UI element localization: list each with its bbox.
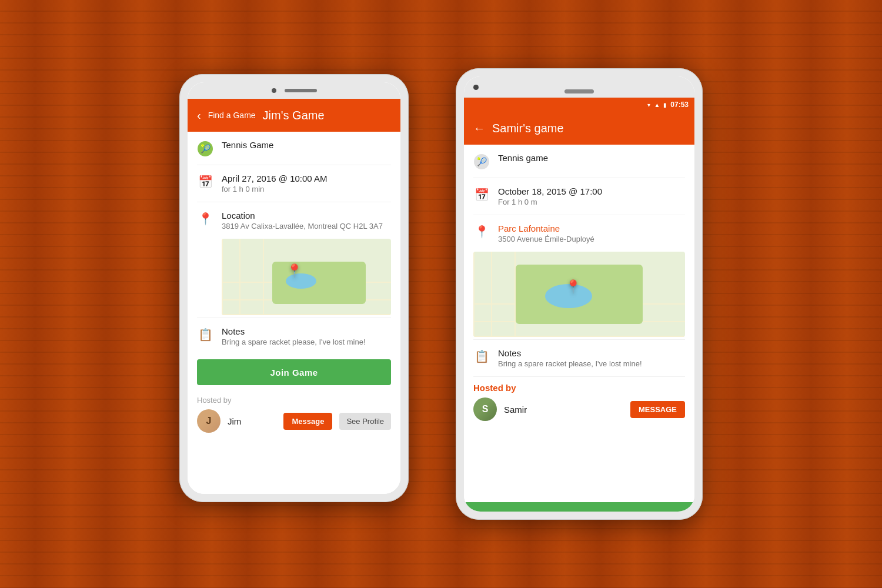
- page-title-2: Samir's game: [492, 122, 564, 135]
- phone2-top-bar: [464, 76, 694, 98]
- location-pin-icon: 📍: [198, 212, 213, 226]
- map-2[interactable]: 📍: [473, 252, 685, 337]
- join-game-button-2[interactable]: JOIN GAME: [464, 502, 694, 512]
- calendar-icon-col: 📅: [197, 173, 213, 189]
- datetime-value-2: October 18, 2015 @ 17:00: [498, 186, 685, 196]
- phone2-content: 🎾 Tennis game 📅 October 18, 2015 @ 17:00…: [464, 145, 694, 502]
- location-label: Location: [222, 211, 391, 220]
- signal-icon: ▲: [654, 102, 660, 108]
- address-value-2: 3500 Avenue Émile-Duployé: [498, 235, 685, 243]
- back-label[interactable]: Find a Game: [208, 111, 256, 120]
- calendar-icon: 📅: [198, 175, 213, 189]
- location-icon-col-2: 📍: [473, 223, 490, 239]
- front-camera-2: [473, 85, 479, 90]
- datetime-text-2: October 18, 2015 @ 17:00 For 1 h 0 m: [498, 186, 685, 206]
- notes-icon: 📋: [198, 328, 213, 342]
- earpiece: [285, 89, 317, 92]
- datetime-row: 📅 April 27, 2016 @ 10:00 AM for 1 h 0 mi…: [188, 165, 400, 202]
- map-pin-1: 📍: [286, 263, 302, 279]
- datetime-value: April 27, 2016 @ 10:00 AM: [222, 173, 391, 183]
- back-arrow-icon-2[interactable]: ←: [473, 122, 485, 135]
- notes-value-2: Bring a spare racket please, I've lost m…: [498, 359, 685, 368]
- host-avatar-jim: J: [197, 409, 220, 433]
- location-row: 📍 Location 3819 Av Calixa-Lavallée, Mont…: [188, 202, 400, 239]
- wifi-icon: ▾: [647, 102, 650, 108]
- join-game-button[interactable]: Join Game: [197, 359, 391, 385]
- calendar-icon-2: 📅: [475, 188, 489, 202]
- status-time: 07:53: [670, 101, 689, 109]
- notes-text-col: Notes Bring a spare racket please, I've …: [222, 326, 391, 346]
- hosted-label-1: Hosted by: [197, 396, 391, 405]
- message-button-2[interactable]: MESSAGE: [630, 401, 685, 418]
- sport-row: 🎾 Tennis Game: [188, 132, 400, 165]
- notes-value: Bring a spare racket please, I've lost m…: [222, 338, 391, 346]
- notes-icon-2: 📋: [475, 349, 489, 363]
- battery-icon: ▮: [663, 102, 667, 108]
- notes-text-col-2: Notes Bring a spare racket please, I've …: [498, 348, 685, 368]
- sport-text-2: Tennis game: [498, 153, 685, 163]
- page-title: Jim's Game: [263, 109, 325, 122]
- tennis-ball-icon: 🎾: [198, 141, 213, 156]
- host-row-1: J Jim Message See Profile: [197, 409, 391, 433]
- sport-icon-col-2: 🎾: [473, 153, 490, 169]
- phone2-app-bar: ← Samir's game: [464, 112, 694, 145]
- sport-name-2: Tennis game: [498, 153, 685, 163]
- location-pin-icon-2: 📍: [475, 225, 489, 239]
- notes-icon-col: 📋: [197, 326, 213, 342]
- duration-value-2: For 1 h 0 m: [498, 198, 685, 206]
- earpiece-2: [564, 89, 594, 93]
- host-row-2: S Samir MESSAGE: [473, 397, 685, 421]
- phone1-app-bar: ‹ Find a Game Jim's Game: [188, 99, 400, 132]
- location-name-2: Parc Lafontaine: [498, 223, 685, 233]
- location-text-2: Parc Lafontaine 3500 Avenue Émile-Duploy…: [498, 223, 685, 243]
- front-camera: [272, 88, 276, 93]
- duration-value: for 1 h 0 min: [222, 185, 391, 193]
- host-avatar-samir: S: [473, 397, 497, 421]
- phone2-screen: ▾ ▲ ▮ 07:53 ← Samir's game 🎾 Tennis gam: [464, 98, 694, 512]
- notes-row: 📋 Notes Bring a spare racket please, I'v…: [188, 318, 400, 355]
- phone-2: ▾ ▲ ▮ 07:53 ← Samir's game 🎾 Tennis gam: [456, 68, 703, 520]
- hosted-section-2: Hosted by S Samir MESSAGE: [464, 377, 694, 427]
- sport-name: Tennis Game: [222, 140, 391, 150]
- sport-row-2: 🎾 Tennis game: [464, 145, 694, 178]
- phone1-content: 🎾 Tennis Game 📅 April 27, 2016 @ 10:00 A…: [188, 132, 400, 494]
- address-value: 3819 Av Calixa-Lavallée, Montreal QC H2L…: [222, 222, 391, 230]
- datetime-row-2: 📅 October 18, 2015 @ 17:00 For 1 h 0 m: [464, 178, 694, 215]
- datetime-text: April 27, 2016 @ 10:00 AM for 1 h 0 min: [222, 173, 391, 193]
- calendar-icon-col-2: 📅: [473, 186, 490, 202]
- notes-row-2: 📋 Notes Bring a spare racket please, I'v…: [464, 340, 694, 376]
- host-name-1: Jim: [228, 416, 276, 426]
- notes-icon-col-2: 📋: [473, 348, 490, 363]
- map-1[interactable]: 📍: [222, 239, 391, 315]
- host-name-2: Samir: [504, 405, 623, 415]
- phone1-screen: ‹ Find a Game Jim's Game 🎾 Tennis Game: [188, 99, 400, 494]
- phone-1: ‹ Find a Game Jim's Game 🎾 Tennis Game: [179, 74, 409, 502]
- back-arrow-icon[interactable]: ‹: [197, 109, 201, 122]
- tennis-ball-icon-2: 🎾: [474, 154, 489, 169]
- message-button-1[interactable]: Message: [283, 413, 332, 430]
- hosted-section-1: Hosted by J Jim Message See Profile: [188, 390, 400, 439]
- map-pin-2: 📍: [565, 279, 581, 295]
- location-text: Location 3819 Av Calixa-Lavallée, Montre…: [222, 211, 391, 230]
- sport-text: Tennis Game: [222, 140, 391, 150]
- notes-label-2: Notes: [498, 348, 685, 358]
- map-bg-1: 📍: [222, 239, 391, 315]
- status-bar-2: ▾ ▲ ▮ 07:53: [464, 98, 694, 112]
- see-profile-button[interactable]: See Profile: [339, 413, 391, 430]
- notes-label: Notes: [222, 326, 391, 336]
- phone1-notch: [188, 82, 400, 99]
- map-bg-2: 📍: [473, 252, 685, 337]
- location-icon-col: 📍: [197, 211, 213, 226]
- sport-icon-col: 🎾: [197, 140, 213, 156]
- hosted-label-2: Hosted by: [473, 383, 685, 393]
- location-row-2: 📍 Parc Lafontaine 3500 Avenue Émile-Dupl…: [464, 215, 694, 252]
